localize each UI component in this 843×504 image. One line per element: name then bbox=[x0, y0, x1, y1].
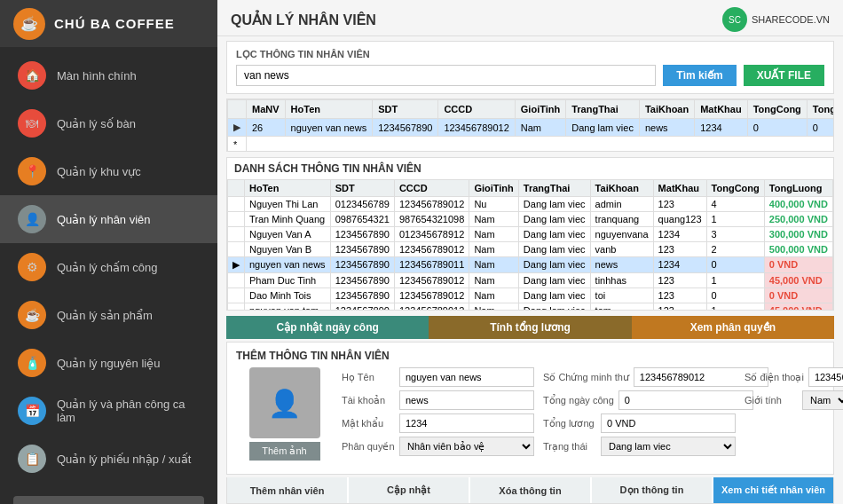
cell-cccd: 123456789012 bbox=[394, 196, 469, 211]
sidebar-item-quan-ly-phieu[interactable]: 📋 Quản lý phiếu nhập / xuất bbox=[0, 435, 217, 483]
form-row-matkhau: Mật khẩu bbox=[342, 413, 534, 433]
list-col-sdt: SDT bbox=[330, 179, 394, 196]
tongluong-label: Tổng lương bbox=[543, 418, 596, 429]
don-thong-tin-button[interactable]: Dọn thông tin bbox=[592, 477, 712, 503]
list-item[interactable]: Tran Minh Quang 0987654321 987654321098 … bbox=[228, 211, 833, 226]
cell-cccd: 012345678912 bbox=[394, 226, 469, 241]
sidebar-item-quan-ly-nguyen-lieu[interactable]: 🧴 Quản lý nguyên liệu bbox=[0, 339, 217, 387]
search-input[interactable] bbox=[236, 65, 656, 86]
filter-table: MaNV HoTen SDT CCCD GioiTinh TrangThai T… bbox=[227, 99, 834, 152]
cell-tongcong: 2 bbox=[706, 241, 764, 256]
cell-taikhoan: news bbox=[590, 256, 653, 272]
table-row[interactable]: ▶ 26 nguyen van news 1234567890 12345678… bbox=[228, 119, 835, 137]
phanquyen-select[interactable]: Nhân viên bảo vệ Quản lý Thu ngân bbox=[399, 437, 534, 456]
sidebar-item-quan-ly-san-pham[interactable]: ☕ Quản lý sản phẩm bbox=[0, 291, 217, 339]
cell-trangthai: Dang lam viec bbox=[518, 241, 590, 256]
avatar-section: 👤 Thêm ảnh bbox=[236, 367, 333, 467]
sidebar-item-man-hinh-chinh[interactable]: 🏠 Màn hình chính bbox=[0, 51, 217, 99]
tab-cap-nhat-ngay-cong[interactable]: Cập nhật ngày công bbox=[226, 316, 429, 339]
sidebar-header: ☕ CHÚ BA COFFEE bbox=[0, 0, 217, 47]
sidebar-item-label: Quản lý nguyên liệu bbox=[57, 357, 160, 370]
cell-hoten: Nguyen Van B bbox=[245, 241, 331, 256]
cell-gioitinh: Nam bbox=[469, 226, 518, 241]
sodienthoai-label: Số điện thoại bbox=[745, 372, 804, 383]
cell-trangthai: Dang lam viec bbox=[518, 226, 590, 241]
cell-sdt: 1234567890 bbox=[330, 303, 394, 311]
list-item[interactable]: Nguyen Thi Lan 0123456789 123456789012 N… bbox=[228, 196, 833, 211]
hoten-input[interactable] bbox=[399, 367, 534, 387]
sidebar-item-label: Quản lý nhân viên bbox=[57, 213, 151, 226]
table-row-empty: * bbox=[228, 137, 835, 152]
filter-row: Tìm kiếm XUẤT FILE bbox=[236, 65, 824, 86]
sodienthoai-input[interactable] bbox=[808, 367, 843, 387]
sidebar-item-quan-ly-nhan-vien[interactable]: 👤 Quản lý nhân viên bbox=[0, 195, 217, 243]
cap-nhat-button[interactable]: Cập nhật bbox=[349, 477, 469, 503]
cell-tongluong: 300,000 VND bbox=[764, 226, 832, 241]
form-row-phanquyen: Phân quyền Nhân viên bảo vệ Quản lý Thu … bbox=[342, 437, 534, 456]
cell-gioitinh: Nam bbox=[469, 211, 518, 226]
tongluong-input[interactable] bbox=[601, 413, 736, 433]
cell-tongluon: 0 bbox=[807, 119, 834, 137]
list-col-taikhoan: TaiKhoan bbox=[590, 179, 653, 196]
cell-hoten: Dao Minh Tois bbox=[245, 287, 331, 303]
cell-hoten: Nguyen Thi Lan bbox=[245, 196, 331, 211]
tab-xem-phan-quyen[interactable]: Xem phân quyền bbox=[632, 316, 834, 339]
list-item[interactable]: Nguyen Van A 1234567890 012345678912 Nam… bbox=[228, 226, 833, 241]
form-row-hoten: Họ Tên bbox=[342, 367, 534, 387]
cell-taikhoan: tranquang bbox=[590, 211, 653, 226]
list-item[interactable]: Pham Duc Tinh 1234567890 123456789012 Na… bbox=[228, 272, 833, 287]
xem-chi-tiet-button[interactable]: Xem chi tiết nhân viên bbox=[713, 477, 833, 503]
logout-button[interactable]: Thoát bbox=[13, 496, 204, 504]
tongngaycong-input[interactable] bbox=[618, 390, 753, 410]
filter-result-table: MaNV HoTen SDT CCCD GioiTinh TrangThai T… bbox=[226, 98, 834, 152]
trangthai-select[interactable]: Dang lam viec Nghi viec bbox=[601, 437, 736, 456]
cell-taikhoan: news bbox=[639, 119, 694, 137]
row-indicator: ▶ bbox=[228, 119, 247, 137]
cell-tongcong: 0 bbox=[706, 287, 764, 303]
export-button[interactable]: XUẤT FILE bbox=[744, 65, 824, 86]
cell-gioitinh: Nam bbox=[469, 272, 518, 287]
list-item[interactable]: Nguyen Van B 1234567890 123456789012 Nam… bbox=[228, 241, 833, 256]
search-button[interactable]: Tìm kiếm bbox=[663, 65, 736, 86]
cell-tongcong: 0 bbox=[747, 119, 807, 137]
main-content: QUẢN LÝ NHÂN VIÊN SC SHARECODE.VN LỌC TH… bbox=[217, 0, 843, 504]
cell-cccd: 123456789012 bbox=[438, 119, 515, 137]
cell-gioitinh: Nam bbox=[515, 119, 565, 137]
cell-hoten: Pham Duc Tinh bbox=[245, 272, 331, 287]
sidebar-nav: 🏠 Màn hình chính 🍽 Quản lý số bàn 📍 Quản… bbox=[0, 47, 217, 487]
cell-sdt: 0123456789 bbox=[330, 196, 394, 211]
cell-sdt: 1234567890 bbox=[373, 119, 438, 137]
shift-icon: 📅 bbox=[18, 397, 46, 425]
sidebar-item-quan-ly-cham-cong[interactable]: ⚙ Quản lý chấm công bbox=[0, 243, 217, 291]
add-photo-button[interactable]: Thêm ảnh bbox=[249, 442, 320, 461]
them-nhan-vien-button[interactable]: Thêm nhân viên bbox=[227, 477, 347, 503]
tab-tinh-tong-luong[interactable]: Tính tổng lương bbox=[429, 316, 631, 339]
col-sdt: SDT bbox=[373, 100, 438, 119]
cell-tongcong: 3 bbox=[706, 226, 764, 241]
cell-gioitinh: Nam bbox=[469, 303, 518, 311]
cell-hoten: Nguyen Van A bbox=[245, 226, 331, 241]
list-item[interactable]: nguyen van tom 1234567890 123456789012 N… bbox=[228, 303, 833, 311]
col-matkhau: MatKhau bbox=[695, 100, 747, 119]
sidebar-item-label: Quản lý và phân công ca làm bbox=[57, 398, 200, 424]
list-item[interactable]: Dao Minh Tois 1234567890 123456789012 Na… bbox=[228, 287, 833, 303]
cell-tongcong: 1 bbox=[706, 272, 764, 287]
sidebar-item-quan-ly-so-ban[interactable]: 🍽 Quản lý số bàn bbox=[0, 99, 217, 147]
col-cccd: CCCD bbox=[438, 100, 515, 119]
sidebar-item-label: Quản lý chấm công bbox=[57, 261, 158, 274]
cell-tongcong: 4 bbox=[706, 196, 764, 211]
taikhoan-input[interactable] bbox=[399, 390, 534, 410]
list-item[interactable]: ▶ nguyen van news 1234567890 12345678901… bbox=[228, 256, 833, 272]
sidebar-item-label: Quản lý phiếu nhập / xuất bbox=[57, 453, 191, 466]
employee-icon: 👤 bbox=[18, 205, 46, 233]
sidebar-item-quan-ly-khu-vuc[interactable]: 📍 Quản lý khu vực bbox=[0, 147, 217, 195]
sidebar-item-quan-ly-phan-cong[interactable]: 📅 Quản lý và phân công ca làm bbox=[0, 387, 217, 435]
cell-gioitinh: Nam bbox=[469, 287, 518, 303]
xoa-thong-tin-button[interactable]: Xóa thông tin bbox=[470, 477, 590, 503]
cell-tongluong: 250,000 VND bbox=[764, 211, 832, 226]
cell-cccd: 987654321098 bbox=[394, 211, 469, 226]
sochungminh-label: Số Chứng minh thư bbox=[543, 372, 629, 383]
matkhau-input[interactable] bbox=[399, 413, 534, 433]
gioitinh-select[interactable]: Nam Nu bbox=[802, 390, 843, 410]
cell-taikhoan: admin bbox=[590, 196, 653, 211]
